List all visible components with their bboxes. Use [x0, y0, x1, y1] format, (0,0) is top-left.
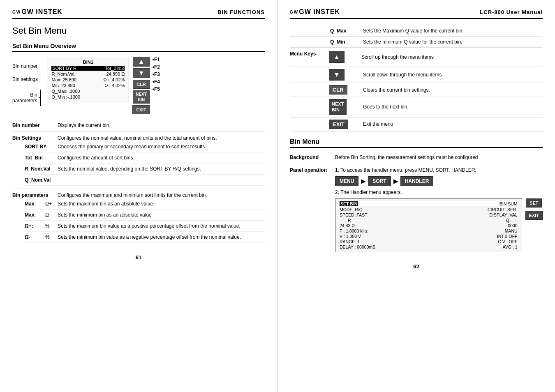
left-page: GW GW INSTEK BIN FUNCTIONS Set Bin Menu … [0, 0, 278, 392]
screen-intb: INT.B OFF [497, 234, 518, 239]
row-panel-operation: Panel operation 1. To access the handler… [290, 163, 543, 255]
left-header-title: BIN FUNCTIONS [217, 9, 265, 15]
right-page-number: 62 [290, 263, 543, 270]
screen-avg: AVG : 1 [503, 244, 518, 249]
sub-rnom-val: R_Nom.Val Sets the nominal value, depend… [25, 165, 265, 175]
panel-step2: 2. The Handler menu appears. [335, 189, 543, 195]
screen-manu: MANU [505, 228, 518, 233]
menu-clr-btn[interactable]: CLR [329, 85, 347, 95]
bin-menu-section: Bin Menu Background Before Bin Sorting, … [290, 138, 543, 255]
sub-tot-bin: Tot_Bin Configures the amount of sort bi… [25, 154, 265, 164]
screen-r-val: 24.83 Ω [340, 223, 355, 228]
desc-bin-settings: Bin Settings Configures the nominal valu… [12, 134, 265, 189]
screen-speed: SPEED :FAST [340, 212, 368, 217]
menu-flow-menu-btn[interactable]: MENU [335, 176, 358, 186]
menu-down-arrow-btn[interactable]: ▼ [329, 69, 345, 81]
page-title: Set Bin Menu [12, 25, 265, 36]
label-bin-parameters: Bin parameters [12, 90, 45, 106]
screen-circuit: CIRCUIT :SER. [488, 207, 518, 212]
logo-instek: GW INSTEK [21, 8, 62, 16]
clr-btn[interactable]: CLR [133, 80, 150, 89]
row-clr: CLR Clears the current bin settings. [290, 83, 543, 97]
handler-screen: SET BIN BIN SUM MODE :R/Q CIRCUIT :SER. … [335, 198, 522, 252]
menu-up-arrow-btn[interactable]: ▲ [329, 51, 345, 63]
row-qmin: Q_Min Sets the minimum Q value for the c… [290, 37, 543, 48]
diagram-screen: BIN1 SORT BY R Tot_Bin:2 R_Nom.Val: 24,8… [47, 57, 129, 102]
left-page-number: 61 [12, 254, 265, 261]
next-bin-btn[interactable]: NEXTBIN [133, 90, 150, 104]
exit-btn[interactable]: EXIT [132, 105, 150, 114]
screen-bin-sum: BIN SUM [500, 201, 518, 206]
sub-omegaplus-pct: Ω+: % Sets the maximum bin value as a po… [25, 222, 265, 232]
screen-r-label: R [340, 218, 351, 223]
screen-mode: MODE :R/Q [340, 207, 363, 212]
desc-bin-number: Bin number Displays the current bin. [12, 121, 265, 132]
bin-menu-title: Bin Menu [290, 138, 543, 148]
screen-delay: DELAY : 00000mS [340, 244, 375, 249]
handler-set-btn[interactable]: SET [526, 198, 542, 208]
sub-max-plus: Max: Ω+ Sets the maximum bin as an absol… [25, 200, 265, 210]
sub-omegaminus-pct: Ω- % Sets the minimum bin value as a neg… [25, 233, 265, 243]
row-next-bin: NEXTBIN Goes to the next bin. [290, 97, 543, 118]
diagram-left-labels: Bin number Bin settings Bin parameters [12, 57, 45, 106]
row-menu-keys-up: Menu Keys ▲ Scroll up through the menu i… [290, 48, 543, 67]
sub-qnom-val: Q_Nom.Val [25, 176, 265, 186]
logo-gw-icon: GW [12, 10, 21, 14]
up-arrow-btn[interactable]: ▲ [133, 57, 150, 67]
row-background: Background Before Bin Sorting, the measu… [290, 152, 543, 163]
menu-flow-diagram: MENU ▶ SORT ▶ HANDLER [335, 176, 543, 186]
screen-q-val: .0000 [506, 223, 517, 228]
handler-buttons: SET EXIT [525, 198, 543, 220]
row-qmax: Q_Max Sets the Maximum Q value for the c… [290, 25, 543, 37]
diagram-buttons-col: ▲ ▼ CLR NEXTBIN EXIT [132, 57, 150, 114]
screen-q-label: Q [506, 218, 517, 223]
screen-range: RANGE: 1 [340, 239, 360, 244]
right-header: GW GW INSTEK LCR-800 User Manual [290, 8, 543, 19]
sub-max-minus: Max: Ω- Sets the minimum bin as an absol… [25, 211, 265, 221]
screen-freq: F : 1.0000 kHz [340, 228, 368, 233]
fkey-labels: •F1 •F2 •F3 •F4 •F5 [153, 57, 160, 92]
right-logo-gw-icon: GW [290, 10, 298, 14]
section-overview-title: Set Bin Menu Overview [12, 43, 265, 52]
right-logo-instek: GW INSTEK [299, 8, 340, 16]
menu-flow-arrow1: ▶ [361, 178, 365, 184]
label-bin-number: Bin number [12, 63, 45, 69]
label-bin-settings: Bin settings [12, 72, 45, 86]
desc-section: Bin number Displays the current bin. Bin… [12, 121, 265, 246]
screen-set-bin: SET BIN [340, 201, 358, 206]
screen-display: DISPLAY :VAL [489, 212, 517, 217]
down-arrow-btn[interactable]: ▼ [133, 68, 150, 78]
menu-exit-btn[interactable]: EXIT [329, 120, 348, 129]
screen-cv: C.V : OFF [498, 239, 517, 244]
menu-flow-sort-btn[interactable]: SORT [368, 176, 391, 186]
row-exit: EXIT Exit the menu [290, 117, 543, 131]
right-header-title: LCR-800 User Manual [480, 9, 543, 15]
bin-diagram: Bin number Bin settings Bin parameters B… [12, 57, 265, 114]
screen-volt: V : 1.000 V [340, 234, 361, 239]
menu-next-bin-btn[interactable]: NEXTBIN [329, 99, 347, 115]
right-page: GW GW INSTEK LCR-800 User Manual Q_Max S… [278, 0, 555, 392]
right-logo: GW GW INSTEK [290, 8, 340, 16]
right-desc-table: Q_Max Sets the Maximum Q value for the c… [290, 25, 543, 131]
left-header: GW GW INSTEK BIN FUNCTIONS [12, 8, 265, 19]
handler-exit-btn[interactable]: EXIT [525, 211, 543, 220]
menu-flow-arrow2: ▶ [393, 178, 398, 184]
sub-sort-by: SORT BY Chooses the primary or secondary… [25, 143, 265, 152]
handler-screen-area: SET BIN BIN SUM MODE :R/Q CIRCUIT :SER. … [335, 198, 543, 252]
desc-bin-params: Bin parameters Configures the maximum an… [12, 191, 265, 246]
row-menu-keys-down: ▼ Scroll down through the menu items [290, 67, 543, 83]
left-logo: GW GW INSTEK [12, 8, 62, 16]
bin-menu-table: Background Before Bin Sorting, the measu… [290, 152, 543, 255]
panel-step1: 1. To access the handler menu, press MEN… [335, 167, 543, 173]
menu-flow-handler-btn[interactable]: HANDLER [400, 176, 434, 186]
